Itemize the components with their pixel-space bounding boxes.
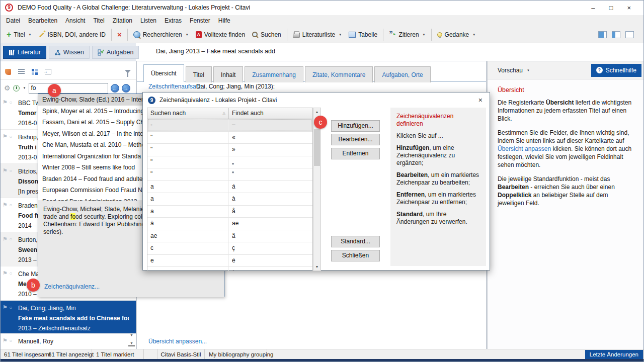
flag-icon[interactable]: ⚑ xyxy=(3,133,8,139)
search-history-icon[interactable] xyxy=(13,85,20,92)
document-type-link[interactable]: Zeitschriftenaufsatz xyxy=(148,83,201,90)
status-circle-icon[interactable]: ○ xyxy=(9,305,12,310)
flag-icon[interactable]: ⚑ xyxy=(3,337,8,343)
tab-literatur[interactable]: Literatur xyxy=(3,46,46,59)
flag-icon[interactable]: ⚑ xyxy=(3,236,8,242)
reference-list-item[interactable]: ⚑ ○ Manuell, Roy xyxy=(0,334,136,349)
flag-icon[interactable]: ⚑ xyxy=(3,304,8,310)
schnellhilfe-button[interactable]: ? Schnellhilfe xyxy=(591,64,641,77)
volltexte-button[interactable]: A Volltexte finden xyxy=(192,29,249,40)
back-button[interactable]: ← xyxy=(111,84,119,93)
customize-overview-link[interactable]: Übersicht anpassen... xyxy=(148,338,207,345)
layout-three-pane-icon[interactable] xyxy=(598,31,607,38)
grouping-icon[interactable] xyxy=(18,69,25,74)
category-filter-icon[interactable] xyxy=(32,69,38,75)
chevron-down-icon[interactable]: ▼ xyxy=(23,86,26,89)
menu-item[interactable]: Fenster xyxy=(186,16,214,25)
vorschau-label[interactable]: Vorschau xyxy=(498,67,523,74)
scroll-down-icon[interactable]: ▼ xyxy=(128,332,135,338)
zeichenaequivalenz-link[interactable]: Zeichenäquivalenz... xyxy=(44,283,100,291)
hinzufuegen-button[interactable]: Hinzufügen... xyxy=(331,120,380,132)
search-input[interactable] xyxy=(29,83,108,94)
layout-two-pane-icon[interactable] xyxy=(612,31,620,38)
menu-item[interactable]: Titel xyxy=(89,16,108,25)
literaturliste-button[interactable]: Literaturliste ▼ xyxy=(289,29,345,40)
status-circle-icon[interactable]: ○ xyxy=(9,168,12,173)
close-button[interactable]: × xyxy=(627,4,631,12)
forward-button[interactable]: → xyxy=(122,84,130,93)
status-citation-style[interactable]: Citavi Basis-Stil xyxy=(157,349,205,359)
bearbeiten-button[interactable]: Bearbeiten... xyxy=(331,134,380,145)
reference-list-item[interactable]: ⚑ ○ Dai, Cong; Jiang, Min Fake meat scan… xyxy=(0,301,136,334)
table-row[interactable]: " „ xyxy=(147,156,312,169)
table-row[interactable]: e é xyxy=(147,255,312,267)
filter-funnel-icon[interactable] xyxy=(125,70,131,73)
status-circle-icon[interactable]: ○ xyxy=(9,100,12,105)
scroll-up-icon[interactable]: ▲ xyxy=(313,108,320,116)
status-grouping[interactable]: My bibliography grouping xyxy=(205,349,267,359)
table-scrollbar[interactable]: ▲ ▼ xyxy=(313,108,321,271)
tab-aufgaben[interactable]: Aufgaben xyxy=(92,46,139,59)
isbn-doi-button[interactable]: ISBN, DOI, andere ID xyxy=(35,29,109,40)
status-circle-icon[interactable]: ○ xyxy=(9,202,12,208)
minimize-button[interactable]: – xyxy=(591,4,595,12)
menu-item[interactable]: Hilfe xyxy=(214,16,234,25)
detail-tab[interactable]: Aufgaben, Orte xyxy=(374,66,430,82)
gedanke-button[interactable]: Gedanke ▼ xyxy=(434,29,479,40)
table-row[interactable]: c ç xyxy=(147,242,312,255)
scrollbar-thumb[interactable] xyxy=(314,129,320,166)
table-row[interactable]: ae ä xyxy=(147,230,312,243)
table-row[interactable]: e è xyxy=(147,267,312,271)
table-row[interactable]: - – xyxy=(147,119,312,132)
maximize-button[interactable]: □ xyxy=(609,4,613,12)
entfernen-button[interactable]: Entfernen xyxy=(331,148,380,159)
scroll-to-end-icon[interactable]: ▼ xyxy=(128,340,135,346)
flag-icon[interactable]: ⚑ xyxy=(3,99,8,105)
tabelle-button[interactable]: Tabelle xyxy=(345,29,381,40)
table-row[interactable]: a á xyxy=(147,181,312,194)
table-row[interactable]: " » xyxy=(147,144,312,156)
menu-item[interactable]: Datei xyxy=(2,16,24,25)
delete-title-button[interactable]: × xyxy=(114,29,125,40)
gear-icon[interactable]: ⚙ xyxy=(4,84,11,92)
table-row[interactable]: " « xyxy=(147,132,312,144)
layout-one-pane-icon[interactable] xyxy=(625,31,634,38)
menu-item[interactable]: Zitation xyxy=(109,16,136,25)
recherchieren-button[interactable]: Recherchieren ▼ xyxy=(130,29,192,40)
status-circle-icon[interactable]: ○ xyxy=(9,236,12,242)
menu-item[interactable]: Extras xyxy=(160,16,186,25)
status-circle-icon[interactable]: ○ xyxy=(9,270,12,276)
flag-icon[interactable]: ⚑ xyxy=(3,270,8,276)
column-header-suchen-nach[interactable]: Suchen nach △ xyxy=(147,108,229,119)
flag-icon[interactable]: ⚑ xyxy=(3,167,8,173)
zitieren-button[interactable]: ” Zitieren ▼ xyxy=(385,29,429,40)
table-row[interactable]: " “ xyxy=(147,168,312,181)
schliessen-button[interactable]: Schließen xyxy=(331,250,380,261)
scroll-down-icon[interactable]: ▼ xyxy=(313,263,320,270)
column-header-findet-auch[interactable]: Findet auch xyxy=(229,108,312,119)
status-circle-icon[interactable]: ○ xyxy=(9,134,12,139)
add-title-button[interactable]: + Titel ▼ xyxy=(3,29,35,40)
detail-tab[interactable]: Titel xyxy=(186,66,212,82)
status-circle-icon[interactable]: ○ xyxy=(9,338,12,343)
chevron-down-icon[interactable]: ▼ xyxy=(527,69,530,72)
menu-item[interactable]: Ansicht xyxy=(61,16,89,25)
dialog-close-button[interactable]: × xyxy=(476,96,485,104)
detail-tab[interactable]: Inhalt xyxy=(213,66,243,82)
table-row[interactable]: ä ae xyxy=(147,218,312,230)
table-row[interactable]: a å xyxy=(147,206,312,218)
tab-wissen[interactable]: Wissen xyxy=(49,46,90,59)
flag-icon[interactable]: ⚑ xyxy=(3,202,8,208)
letzte-aenderungen-button[interactable]: Letzte Änderungen xyxy=(585,350,643,359)
suchen-button[interactable]: Suchen xyxy=(249,29,285,40)
table-row[interactable]: a à xyxy=(147,193,312,206)
detail-tab[interactable]: Zitate, Kommentare xyxy=(305,66,373,82)
menu-item[interactable]: Listen xyxy=(136,16,160,25)
label-icon[interactable] xyxy=(5,69,11,75)
dialog-help-heading: Zeichenäquivalenzen definieren xyxy=(396,113,480,128)
detail-tab[interactable]: Zusammenhang xyxy=(245,66,303,82)
import-icon[interactable] xyxy=(45,69,51,74)
detail-tab[interactable]: Übersicht xyxy=(143,64,184,82)
standard-button[interactable]: Standard... xyxy=(331,236,380,247)
menu-item[interactable]: Bearbeiten xyxy=(24,16,61,25)
